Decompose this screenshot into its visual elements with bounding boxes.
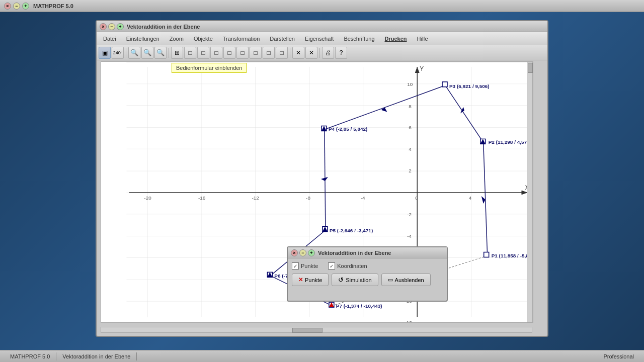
sub-window-controls[interactable]: × − + — [291, 249, 315, 256]
svg-text:-8: -8 — [306, 195, 310, 201]
btn-simulation-label: Simulation — [346, 277, 371, 283]
menu-beschriftung[interactable]: Beschriftung — [339, 34, 379, 44]
window-close-button[interactable]: × — [100, 23, 107, 30]
tool-rect3[interactable]: □ — [210, 47, 222, 59]
app-title: MATHPROF 5.0 — [33, 3, 73, 9]
title-bar: × − + MATHPROF 5.0 — [0, 0, 644, 12]
svg-text:P4 (-2,85 / 5,842): P4 (-2,85 / 5,842) — [329, 126, 367, 132]
btn-punkte[interactable]: ✕ Punkte — [292, 274, 329, 286]
window-min-button[interactable]: − — [108, 23, 115, 30]
checkbox-row: ✓ Punkte ✓ Koordinaten — [292, 262, 443, 269]
svg-text:10: 10 — [407, 81, 413, 87]
svg-text:-20: -20 — [144, 195, 151, 201]
svg-text:8: 8 — [409, 104, 412, 109]
maximize-button[interactable]: + — [22, 3, 29, 10]
svg-text:-12: -12 — [252, 195, 260, 201]
menu-darstellen[interactable]: Darstellen — [265, 34, 299, 44]
svg-rect-62 — [442, 82, 447, 87]
status-bar: MATHPROF 5.0 Vektoraddition in der Ebene… — [0, 350, 644, 362]
menu-bar: Datei Einstellungen Zoom Objekte Transfo… — [97, 32, 547, 45]
menu-hilfe[interactable]: Hilfe — [413, 34, 433, 44]
btn-ausblenden[interactable]: ▭ Ausblenden — [381, 274, 431, 286]
tool-rect8[interactable]: □ — [276, 47, 288, 59]
sub-max-button[interactable]: + — [308, 249, 315, 256]
sub-min-button[interactable]: − — [299, 249, 306, 256]
checkbox-koordinaten-box[interactable]: ✓ — [328, 262, 335, 269]
close-button[interactable]: × — [4, 3, 11, 10]
tool-zoom-out[interactable]: 🔍 — [128, 47, 140, 59]
toolbar-sep-4 — [319, 48, 320, 58]
svg-text:P5 (-2,646 / -3,471): P5 (-2,646 / -3,471) — [330, 228, 373, 233]
svg-text:-4: -4 — [361, 195, 365, 201]
title-bar-buttons[interactable]: × − + — [4, 3, 29, 10]
sub-close-button[interactable]: × — [291, 249, 298, 256]
svg-text:0: 0 — [415, 195, 418, 201]
menu-einstellungen[interactable]: Einstellungen — [122, 34, 164, 44]
tool-help[interactable]: ? — [335, 47, 347, 59]
btn-simulation[interactable]: ↺ Simulation — [332, 274, 378, 286]
toolbar-sep-1 — [126, 48, 126, 58]
btn-punkte-label: Punkte — [305, 277, 322, 283]
svg-text:-2: -2 — [407, 212, 412, 217]
sub-window-content: ✓ Punkte ✓ Koordinaten ✕ Punkte ↺ Simula… — [288, 258, 447, 290]
svg-text:P7 (-1,374 / -10,443): P7 (-1,374 / -10,443) — [336, 303, 382, 309]
sub-window-title: Vektoraddition in der Ebene — [318, 250, 391, 256]
svg-text:Y: Y — [420, 65, 424, 72]
checkbox-punkte-box[interactable]: ✓ — [292, 262, 299, 269]
tool-rect2[interactable]: □ — [197, 47, 209, 59]
tool-zoom-in[interactable]: 🔍 — [141, 47, 153, 59]
tool-delete2[interactable]: ✕ — [305, 47, 317, 59]
checkbox-koordinaten-label: Koordinaten — [337, 263, 367, 269]
checkbox-punkte[interactable]: ✓ Punkte — [292, 262, 318, 269]
toolbar-sep-3 — [290, 48, 290, 58]
button-row: ✕ Punkte ↺ Simulation ▭ Ausblenden — [292, 274, 443, 286]
svg-text:P2 (11,298 / 4,57): P2 (11,298 / 4,57) — [489, 139, 529, 145]
toolbar: ▣ 240° 🔍 🔍 🔍 ⊞ □ □ □ □ □ □ □ □ ✕ ✕ 🖨 ? — [97, 45, 547, 60]
menu-transformation[interactable]: Transformation — [218, 34, 265, 44]
btn-punkte-icon: ✕ — [298, 277, 303, 283]
window-title: Vektoraddition in der Ebene — [127, 24, 200, 30]
window-max-button[interactable]: + — [117, 23, 124, 30]
tool-print[interactable]: 🖨 — [322, 47, 334, 59]
svg-text:-16: -16 — [198, 195, 206, 201]
tool-rect5[interactable]: □ — [236, 47, 249, 59]
btn-simulation-icon: ↺ — [338, 276, 344, 284]
menu-drucken[interactable]: Drucken — [380, 34, 412, 44]
menu-datei[interactable]: Datei — [99, 34, 121, 44]
tool-delete1[interactable]: ✕ — [292, 47, 304, 59]
main-window-controls[interactable]: × − + — [100, 23, 124, 30]
toolbar-sep-2 — [169, 48, 169, 58]
checkbox-punkte-label: Punkte — [301, 263, 318, 269]
status-edition: Professional — [597, 352, 640, 360]
svg-text:P3 (6,921 / 9,506): P3 (6,921 / 9,506) — [449, 83, 490, 89]
tool-select[interactable]: ▣ — [99, 47, 111, 59]
tool-rect4[interactable]: □ — [223, 47, 235, 59]
svg-rect-57 — [484, 252, 489, 257]
tool-grid[interactable]: ⊞ — [171, 47, 183, 59]
sub-window: × − + Vektoraddition in der Ebene ✓ Punk… — [287, 246, 448, 302]
tool-rect7[interactable]: □ — [263, 47, 275, 59]
menu-objekte[interactable]: Objekte — [189, 34, 217, 44]
menu-eigenschaft[interactable]: Eigenschaft — [300, 34, 338, 44]
tool-rect6[interactable]: □ — [250, 47, 262, 59]
svg-text:4: 4 — [469, 195, 472, 201]
menu-zoom[interactable]: Zoom — [165, 34, 188, 44]
tool-zoom-fit[interactable]: 🔍 — [154, 47, 167, 59]
svg-text:-4: -4 — [407, 233, 412, 239]
btn-ausblenden-icon: ▭ — [388, 277, 393, 283]
status-app: MATHPROF 5.0 — [4, 352, 56, 360]
tooltip: Bedienformular einblenden — [172, 63, 247, 73]
btn-ausblenden-label: Ausblenden — [395, 277, 424, 283]
svg-text:6: 6 — [409, 125, 412, 130]
sub-window-titlebar: × − + Vektoraddition in der Ebene — [288, 247, 447, 258]
svg-text:-12: -12 — [405, 320, 412, 322]
tool-angle[interactable]: 240° — [112, 47, 124, 59]
minimize-button[interactable]: − — [13, 3, 20, 10]
scrollbar-horizontal[interactable] — [101, 327, 532, 333]
svg-text:2: 2 — [409, 168, 412, 173]
status-topic: Vektoraddition in der Ebene — [56, 352, 137, 360]
svg-text:4: 4 — [409, 146, 412, 152]
scrollbar-vertical[interactable] — [527, 62, 533, 322]
tool-rect1[interactable]: □ — [184, 47, 196, 59]
checkbox-koordinaten[interactable]: ✓ Koordinaten — [328, 262, 367, 269]
